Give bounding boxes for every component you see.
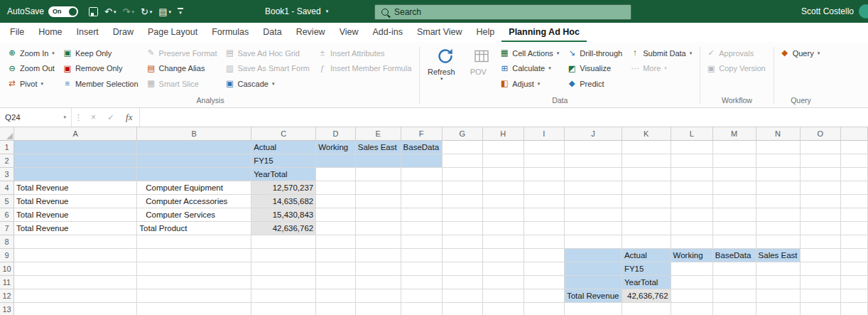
cell-E5[interactable] xyxy=(355,195,401,208)
ribbon-button-drill-through[interactable]: ↘Drill-through xyxy=(564,46,625,61)
tab-home[interactable]: Home xyxy=(31,23,69,42)
ribbon-button-preserve-format[interactable]: ✎Preserve Format xyxy=(143,46,220,61)
column-header-c[interactable]: C xyxy=(251,127,316,141)
row-header-12[interactable]: 12 xyxy=(0,289,14,303)
cell-J5[interactable] xyxy=(564,195,622,208)
cell-E4[interactable] xyxy=(355,181,401,195)
column-header-k[interactable]: K xyxy=(622,127,671,141)
cell-H9[interactable] xyxy=(483,249,523,262)
cell-O12[interactable] xyxy=(800,289,841,303)
row-header-3[interactable]: 3 xyxy=(0,168,14,181)
ribbon-button-query[interactable]: ◆Query▾ xyxy=(777,46,823,61)
cell-I11[interactable] xyxy=(523,276,564,289)
cell-N2[interactable] xyxy=(756,154,800,168)
cell-H12[interactable] xyxy=(483,289,523,303)
cell-J4[interactable] xyxy=(564,181,622,195)
cell-J7[interactable] xyxy=(564,222,622,235)
cell-N12[interactable] xyxy=(756,289,800,303)
row-header-6[interactable]: 6 xyxy=(0,208,14,222)
cell-N6[interactable] xyxy=(756,208,800,222)
cell-K6[interactable] xyxy=(622,208,671,222)
cell-B11[interactable] xyxy=(137,276,251,289)
row-header-10[interactable]: 10 xyxy=(0,262,14,276)
cell-H6[interactable] xyxy=(483,208,523,222)
cell-C12[interactable] xyxy=(251,289,316,303)
ribbon-button-save-ad-hoc-grid[interactable]: ▤Save Ad Hoc Grid xyxy=(222,46,312,61)
cell-O5[interactable] xyxy=(800,195,841,208)
cell-I2[interactable] xyxy=(523,154,564,168)
cell-L7[interactable] xyxy=(671,222,712,235)
cell-E9[interactable] xyxy=(355,249,401,262)
cell-M10[interactable] xyxy=(712,262,756,276)
cancel-icon[interactable]: × xyxy=(85,108,102,127)
cell-B3[interactable] xyxy=(137,168,251,181)
cell-H11[interactable] xyxy=(483,276,523,289)
cell-M3[interactable] xyxy=(712,168,756,181)
cell-H5[interactable] xyxy=(483,195,523,208)
cell-C3[interactable]: YearTotal xyxy=(251,168,316,181)
cell-J6[interactable] xyxy=(564,208,622,222)
cell-D13[interactable] xyxy=(316,303,356,315)
cell-L6[interactable] xyxy=(671,208,712,222)
cell-F12[interactable] xyxy=(401,289,442,303)
row-header-2[interactable]: 2 xyxy=(0,154,14,168)
ribbon-button-pov[interactable]: POV xyxy=(460,46,497,76)
cell-O8[interactable] xyxy=(800,235,841,249)
user-avatar[interactable] xyxy=(859,4,868,18)
cell-A13[interactable] xyxy=(14,303,137,315)
cell-N9[interactable]: Sales East xyxy=(756,249,800,262)
cell-O7[interactable] xyxy=(800,222,841,235)
column-header-o[interactable]: O xyxy=(800,127,841,141)
tab-planning-ad-hoc[interactable]: Planning Ad Hoc xyxy=(501,23,587,42)
cell-K1[interactable] xyxy=(622,141,671,154)
cell-G11[interactable] xyxy=(442,276,483,289)
cell-E8[interactable] xyxy=(355,235,401,249)
cell-J10[interactable] xyxy=(564,262,622,276)
cell-N11[interactable] xyxy=(756,276,800,289)
cell-H10[interactable] xyxy=(483,262,523,276)
cell-G3[interactable] xyxy=(442,168,483,181)
cell-G2[interactable] xyxy=(442,154,483,168)
cell-B6[interactable]: Computer Services xyxy=(137,208,251,222)
cell-M8[interactable] xyxy=(712,235,756,249)
tab-formulas[interactable]: Formulas xyxy=(205,23,256,42)
ribbon-button-cascade[interactable]: ▣Cascade▾ xyxy=(222,76,312,92)
cell-K9[interactable]: Actual xyxy=(622,249,671,262)
row-header-13[interactable]: 13 xyxy=(0,303,14,315)
cell-M2[interactable] xyxy=(712,154,756,168)
row-header-4[interactable]: 4 xyxy=(0,181,14,195)
cell-N5[interactable] xyxy=(756,195,800,208)
cell-A12[interactable] xyxy=(14,289,137,303)
cell-G12[interactable] xyxy=(442,289,483,303)
cell-F4[interactable] xyxy=(401,181,442,195)
cell-I10[interactable] xyxy=(523,262,564,276)
ribbon-button-insert-member-formula[interactable]: ƒInsert Member Formula xyxy=(315,61,414,77)
cell-M1[interactable] xyxy=(712,141,756,154)
cell-K11[interactable]: YearTotal xyxy=(622,276,671,289)
cell-A8[interactable] xyxy=(14,235,137,249)
tab-draw[interactable]: Draw xyxy=(106,23,141,42)
cell-D9[interactable] xyxy=(316,249,356,262)
qat-customize-quick-access-toolbar-icon[interactable]: ▾ xyxy=(175,8,185,15)
cell-A1[interactable] xyxy=(14,141,137,154)
column-header-h[interactable]: H xyxy=(483,127,523,141)
cell-O2[interactable] xyxy=(800,154,841,168)
cell-I12[interactable] xyxy=(523,289,564,303)
cell-J12[interactable]: Total Revenue xyxy=(564,289,622,303)
cell-K5[interactable] xyxy=(622,195,671,208)
row-header-11[interactable]: 11 xyxy=(0,276,14,289)
cell-M9[interactable]: BaseData xyxy=(712,249,756,262)
cell-F8[interactable] xyxy=(401,235,442,249)
cell-C2[interactable]: FY15 xyxy=(251,154,316,168)
cell-A4[interactable]: Total Revenue xyxy=(14,181,137,195)
tab-file[interactable]: File xyxy=(3,23,31,42)
cell-D5[interactable] xyxy=(316,195,356,208)
cell-J1[interactable] xyxy=(564,141,622,154)
cell-E12[interactable] xyxy=(355,289,401,303)
row-header-5[interactable]: 5 xyxy=(0,195,14,208)
select-all-corner[interactable] xyxy=(0,127,14,141)
cell-E7[interactable] xyxy=(355,222,401,235)
cell-D11[interactable] xyxy=(316,276,356,289)
ribbon-button-insert-attributes[interactable]: ±Insert Attributes xyxy=(315,46,414,61)
tab-smart-view[interactable]: Smart View xyxy=(410,23,470,42)
